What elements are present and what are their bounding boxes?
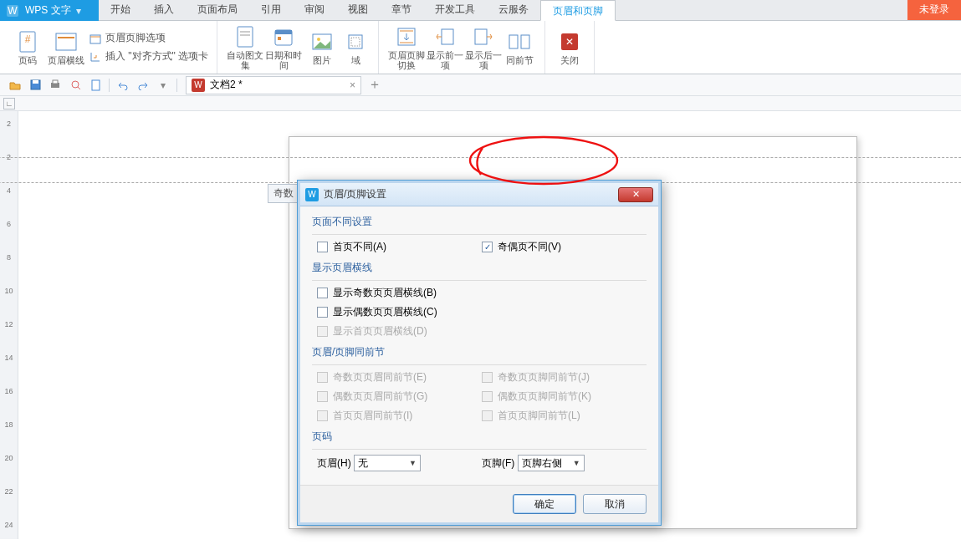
tab-review[interactable]: 审阅 <box>293 0 336 20</box>
close-icon: ✕ <box>558 30 581 53</box>
print-preview-icon[interactable] <box>67 77 84 94</box>
print-icon[interactable] <box>47 77 64 94</box>
show-even-line-checkbox[interactable]: 显示偶数页页眉横线(C) <box>317 305 647 319</box>
same-section-icon <box>508 30 531 53</box>
tab-view[interactable]: 视图 <box>336 0 380 20</box>
header-pagenum-select[interactable]: 无▼ <box>354 455 421 471</box>
vertical-ruler[interactable]: 224681012141618202224 <box>0 111 18 539</box>
document-workspace: 224681012141618202224 奇数 W 页眉/页脚设置 ✕ 页面不… <box>0 111 961 539</box>
group-show-line: 显示页眉横线 <box>312 261 647 275</box>
tab-insert[interactable]: 插入 <box>142 0 186 20</box>
footer-pagenum-label: 页脚(F) <box>482 456 514 471</box>
options-icon <box>89 32 102 45</box>
svg-rect-21 <box>442 29 453 44</box>
svg-line-30 <box>78 87 80 89</box>
svg-rect-4 <box>56 33 76 50</box>
show-prev-button[interactable]: 显示前一项 <box>426 23 464 73</box>
hf-switch-button[interactable]: 页眉页脚切换 <box>387 23 426 73</box>
tab-cloud[interactable]: 云服务 <box>487 0 540 20</box>
header-pagenum-label: 页眉(H) <box>317 456 351 471</box>
svg-rect-23 <box>509 35 518 48</box>
chevron-down-icon: ▼ <box>409 459 417 467</box>
group-page-diff: 页面不同设置 <box>312 215 647 229</box>
login-badge[interactable]: 未登录 <box>907 0 961 20</box>
autotext-button[interactable]: 自动图文集 <box>226 23 264 73</box>
svg-rect-13 <box>278 37 281 40</box>
tab-start[interactable]: 开始 <box>99 0 142 20</box>
svg-rect-31 <box>92 80 100 90</box>
picture-button[interactable]: 图片 <box>303 23 341 73</box>
header-guide-top <box>0 157 961 158</box>
odd-even-diff-checkbox[interactable]: 奇偶页不同(V) <box>482 240 647 254</box>
new-tab-button[interactable]: ＋ <box>368 76 381 94</box>
svg-rect-28 <box>53 80 58 84</box>
odd-page-tag: 奇数 <box>268 184 299 203</box>
even-footer-same-checkbox: 偶数页页脚同前节(K) <box>482 389 647 404</box>
document-name: 文档2 * <box>210 78 243 92</box>
save-icon[interactable] <box>27 77 43 94</box>
field-button[interactable]: 域 <box>341 23 370 73</box>
picture-icon <box>310 30 334 53</box>
first-footer-same-checkbox: 首页页脚同前节(L) <box>482 409 647 423</box>
svg-rect-12 <box>275 30 292 34</box>
cancel-button[interactable]: 取消 <box>583 494 647 514</box>
tab-close-icon[interactable]: × <box>350 79 355 91</box>
show-odd-line-checkbox[interactable]: 显示奇数页页眉横线(B) <box>317 286 647 300</box>
dialog-title: 页眉/页脚设置 <box>324 187 386 201</box>
header-line-icon <box>54 30 78 53</box>
dialog-titlebar[interactable]: W 页眉/页脚设置 ✕ <box>300 183 658 206</box>
hf-options-button[interactable]: 页眉页脚选项 <box>89 29 208 48</box>
svg-text:#: # <box>25 33 31 45</box>
same-prev-button[interactable]: 同前节 <box>503 23 536 73</box>
open-icon[interactable] <box>7 77 23 94</box>
undo-icon[interactable] <box>115 77 131 94</box>
svg-rect-16 <box>349 35 362 48</box>
prev-icon <box>433 25 457 48</box>
calendar-icon <box>272 25 295 48</box>
qat-dropdown-icon[interactable]: ▾ <box>155 77 171 94</box>
ribbon: # 页码 页眉横线 页眉页脚选项 插入 "对齐方式" 选项卡 自动图文集 日期和… <box>0 21 961 74</box>
next-icon <box>472 25 495 48</box>
tab-align-indicator[interactable]: ∟ <box>3 98 15 109</box>
tab-reference[interactable]: 引用 <box>249 0 293 20</box>
wps-word-icon: W <box>192 79 205 92</box>
header-footer-settings-dialog: W 页眉/页脚设置 ✕ 页面不同设置 首页不同(A) 奇偶页不同(V) 显示页眉… <box>297 180 662 526</box>
page-number-icon: # <box>16 30 39 53</box>
export-pdf-icon[interactable] <box>87 77 104 94</box>
tab-devtools[interactable]: 开发工具 <box>423 0 487 20</box>
odd-footer-same-checkbox: 奇数页页脚同前节(J) <box>482 370 647 384</box>
datetime-button[interactable]: 日期和时间 <box>264 23 303 73</box>
svg-point-15 <box>317 38 320 41</box>
footer-pagenum-select[interactable]: 页脚右侧▼ <box>518 455 585 471</box>
first-page-diff-checkbox[interactable]: 首页不同(A) <box>317 240 482 254</box>
dialog-app-icon: W <box>305 188 319 201</box>
app-dropdown-icon[interactable]: ▾ <box>76 5 81 17</box>
tab-layout[interactable]: 页面布局 <box>186 0 249 20</box>
page-number-button[interactable]: # 页码 <box>8 23 47 73</box>
group-same-prev: 页眉/页脚同前节 <box>312 345 647 359</box>
tab-header-footer[interactable]: 页眉和页脚 <box>540 0 616 21</box>
show-next-button[interactable]: 显示后一项 <box>464 23 503 73</box>
svg-rect-24 <box>521 35 529 48</box>
svg-rect-22 <box>475 29 487 44</box>
svg-rect-26 <box>33 80 38 84</box>
autotext-icon <box>233 25 257 48</box>
document-tab[interactable]: W 文档2 * × <box>186 76 361 94</box>
redo-icon[interactable] <box>135 77 151 94</box>
tab-section[interactable]: 章节 <box>380 0 423 20</box>
odd-header-same-checkbox: 奇数页页眉同前节(E) <box>317 370 482 384</box>
insert-align-tab-button[interactable]: 插入 "对齐方式" 选项卡 <box>89 48 208 66</box>
svg-rect-8 <box>238 27 253 47</box>
app-title: WPS 文字 <box>25 3 71 18</box>
dialog-close-button[interactable]: ✕ <box>618 187 653 202</box>
chevron-down-icon: ▼ <box>573 459 580 467</box>
svg-point-29 <box>72 81 79 88</box>
close-hf-button[interactable]: ✕ 关闭 <box>554 23 585 73</box>
separator <box>109 79 110 92</box>
quick-access-toolbar: ▾ W 文档2 * × ＋ <box>0 74 961 96</box>
header-line-button[interactable]: 页眉横线 <box>47 23 85 73</box>
app-icon: W <box>5 3 20 18</box>
svg-text:W: W <box>8 5 18 17</box>
app-titlebar: W WPS 文字 ▾ <box>0 0 99 21</box>
ok-button[interactable]: 确定 <box>513 494 576 514</box>
